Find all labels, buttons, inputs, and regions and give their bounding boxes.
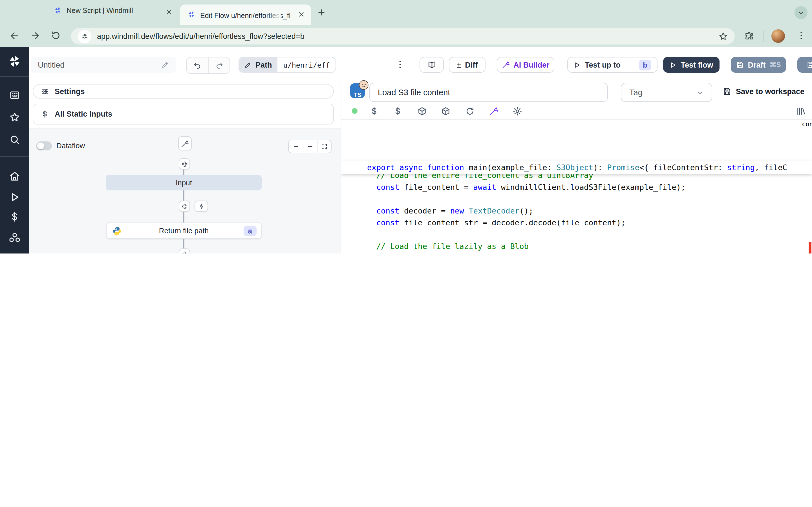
add-step-button[interactable]: [179, 248, 190, 253]
draft-shortcut: ⌘S: [770, 61, 781, 69]
site-settings-icon[interactable]: [78, 30, 91, 43]
fullscreen-button[interactable]: [318, 140, 331, 153]
step-editor-panel: TS Load S3 file content Tag Save to work…: [341, 82, 812, 253]
trigger-bolt-button[interactable]: [195, 201, 208, 212]
python-icon: [112, 226, 122, 236]
diff-button[interactable]: ± Diff: [449, 57, 486, 73]
profile-avatar[interactable]: [771, 29, 785, 43]
code-overflow-fragment: con: [802, 121, 812, 128]
ai-builder-label: AI Builder: [513, 61, 550, 69]
node-input[interactable]: Input: [106, 175, 262, 190]
forward-icon[interactable]: [30, 31, 41, 41]
sidebar-item-apps-icon[interactable]: [9, 90, 20, 101]
tab-close-icon[interactable]: [298, 11, 305, 18]
flow-summary-input[interactable]: Untitled: [31, 57, 176, 73]
flow-settings-row[interactable]: Settings: [33, 84, 334, 99]
all-static-inputs-row[interactable]: All Static Inputs: [33, 104, 334, 124]
flow-summary-text: Untitled: [38, 60, 64, 69]
edge: [183, 170, 184, 175]
reload-icon[interactable]: [51, 31, 61, 41]
browser-tab-active[interactable]: Edit Flow u/henri/effortless_fl: [180, 4, 311, 25]
address-bar[interactable]: app.windmill.dev/flows/edit/u/henri/effo…: [71, 28, 735, 45]
wand-icon: [502, 61, 509, 69]
deploy-button[interactable]: Deploy: [797, 57, 812, 73]
path-chip[interactable]: Path u/henri/eff: [239, 57, 336, 73]
code-line: // Load the file lazily as a Blob: [367, 240, 529, 252]
zoom-in-button[interactable]: [289, 140, 304, 153]
add-step-button[interactable]: [179, 158, 190, 170]
test-flow-button[interactable]: Test flow: [663, 57, 719, 73]
app-sidebar: [0, 47, 29, 253]
tab-search-button[interactable]: [795, 6, 808, 19]
windmill-logo[interactable]: [7, 54, 22, 69]
zoom-out-button[interactable]: [304, 140, 318, 153]
save-to-workspace-button[interactable]: Save to workspace: [722, 87, 804, 96]
undo-button[interactable]: [187, 57, 209, 73]
extensions-puzzle-icon[interactable]: [744, 31, 754, 41]
editor-settings-gear-icon[interactable]: [513, 107, 522, 116]
edge: [183, 212, 184, 223]
step-badge: b: [639, 59, 651, 70]
draft-label: Draft: [748, 61, 765, 69]
book-icon: [427, 60, 436, 69]
sidebar-item-variables-icon[interactable]: [9, 211, 20, 223]
browser-menu-icon[interactable]: [796, 31, 806, 41]
package-icon[interactable]: [417, 107, 427, 116]
redo-icon: [215, 61, 223, 69]
back-icon[interactable]: [9, 31, 20, 41]
reload-icon[interactable]: [465, 107, 475, 116]
sidebar-item-home-icon[interactable]: [9, 171, 20, 182]
sidebar-item-runs-icon[interactable]: [9, 191, 20, 203]
dataflow-toggle[interactable]: [36, 142, 52, 151]
sidebar-item-resources-icon[interactable]: [9, 232, 20, 243]
browser-tab-inactive[interactable]: New Script | Windmill: [54, 6, 172, 15]
ai-wand-icon[interactable]: [489, 107, 499, 116]
draft-button[interactable]: Draft ⌘S: [731, 57, 786, 73]
graph-ai-wand-button[interactable]: [178, 136, 192, 151]
node-step-a[interactable]: Return file path a: [106, 223, 262, 239]
save-icon: [806, 61, 812, 69]
diff-label: Diff: [465, 61, 477, 69]
tag-select[interactable]: Tag: [621, 83, 712, 102]
step-name-value: Load S3 file content: [378, 88, 450, 97]
sidebar-item-favorites-icon[interactable]: [9, 112, 20, 123]
flow-editor-header: Untitled Path u/henri/eff ± Di: [29, 47, 812, 83]
bookmark-star-icon[interactable]: [718, 32, 728, 41]
variables-icon[interactable]: [369, 107, 379, 116]
browser-toolbar: app.windmill.dev/flows/edit/u/henri/effo…: [0, 25, 812, 48]
flow-graph-panel: Settings All Static Inputs Dataflow Inpu…: [29, 82, 341, 253]
code-line: let fileContentBlob = await windmillClie…: [367, 252, 718, 253]
sliders-icon: [41, 87, 49, 96]
windmill-favicon: [187, 10, 196, 18]
code-line: const file_content_str = decoder.decode(…: [367, 217, 626, 229]
package-icon[interactable]: [441, 107, 451, 116]
graph-canvas[interactable]: Dataflow Input Return file path a: [29, 128, 341, 253]
step-name-input[interactable]: Load S3 file content: [369, 83, 608, 102]
status-dot: [352, 108, 357, 114]
test-up-to-label: Test up to: [585, 61, 620, 69]
sidebar-divider: [0, 76, 29, 76]
path-value: u/henri/eff: [283, 61, 330, 69]
code-line: const file_content = await windmillClien…: [367, 181, 686, 193]
settings-label: Settings: [55, 87, 85, 96]
library-icon[interactable]: [796, 107, 806, 116]
test-flow-label: Test flow: [680, 61, 713, 69]
tag-placeholder: Tag: [629, 88, 643, 97]
more-options-icon[interactable]: [395, 60, 405, 69]
pencil-icon: [161, 61, 169, 69]
tab-close-icon[interactable]: [165, 8, 172, 16]
add-step-button[interactable]: [179, 201, 190, 212]
edge: [183, 239, 184, 248]
sidebar-item-search-icon[interactable]: [9, 134, 20, 145]
dataflow-label: Dataflow: [56, 142, 85, 150]
code-editor[interactable]: // Load the entire file_content as a Uin…: [341, 119, 812, 253]
resources-dollar-icon[interactable]: [393, 107, 403, 116]
redo-button[interactable]: [209, 57, 230, 73]
docs-button[interactable]: [419, 57, 444, 73]
undo-redo-group: [186, 57, 230, 74]
new-tab-icon[interactable]: [317, 8, 326, 17]
test-up-to-button[interactable]: Test up to b: [567, 57, 658, 73]
ai-builder-button[interactable]: AI Builder: [497, 57, 554, 73]
play-icon: [573, 61, 581, 68]
sidebar-divider: [0, 156, 29, 157]
